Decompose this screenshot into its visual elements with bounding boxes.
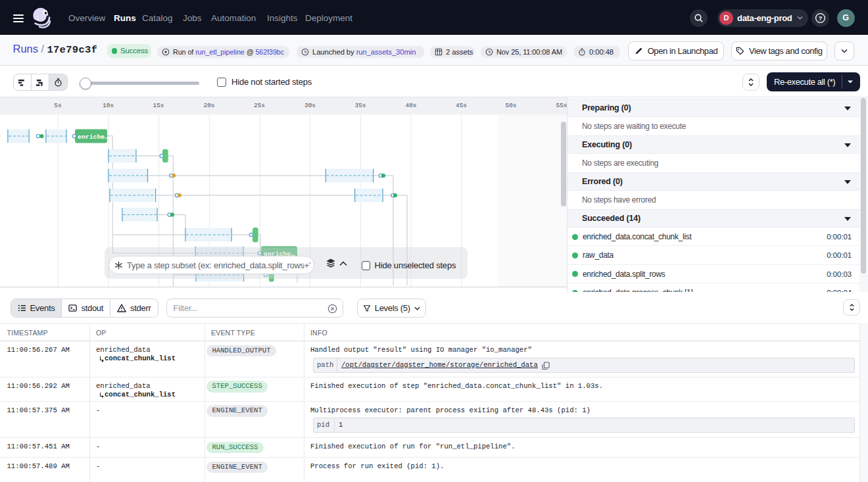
svg-text:?: ? xyxy=(819,14,822,21)
svg-text:enriche…: enriche… xyxy=(78,133,108,141)
